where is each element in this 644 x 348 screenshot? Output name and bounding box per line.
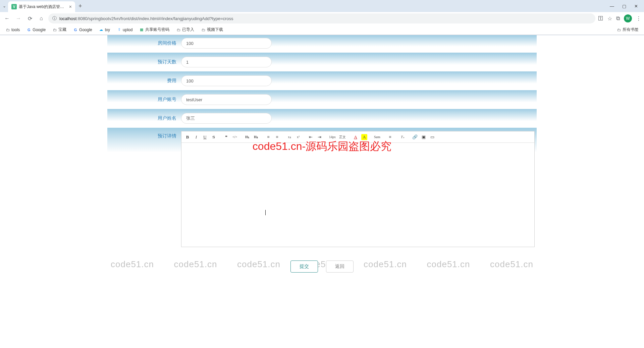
reload-button[interactable]: ⟳ [25, 14, 34, 23]
editor-h2-button[interactable]: H₂ [252, 133, 260, 141]
editor-bold-button[interactable]: B [183, 133, 192, 141]
editor-subscript-button[interactable]: x₂ [285, 133, 293, 141]
google-icon: G [73, 27, 78, 32]
user-account-label: 用户账号 [107, 97, 181, 103]
extensions-icon[interactable]: ⧉ [616, 15, 620, 21]
user-account-input[interactable] [181, 94, 272, 105]
submit-button[interactable]: 提交 [290, 260, 318, 273]
form-row-room-price: 房间价格 [107, 35, 537, 53]
bookmark-item[interactable]: 🗀视频下载 [198, 25, 226, 34]
bookmark-item[interactable]: ▦共享账号密码 [137, 25, 172, 34]
form-row-user-name: 用户姓名 [107, 109, 537, 128]
new-tab-button[interactable]: + [78, 3, 82, 10]
editor-header-select[interactable]: 正文 [338, 133, 347, 141]
editor-size-select[interactable]: 14px [328, 133, 337, 141]
folder-icon: 🗀 [616, 27, 621, 32]
editor-underline-button[interactable]: U [201, 133, 209, 141]
tab-title: 基于Java web的酒店管理系统 [19, 4, 67, 10]
bookmark-label: 已导入 [182, 27, 194, 33]
page-viewport[interactable]: code51.cncode51.cncode51.cncode51.cncode… [0, 35, 644, 348]
bookmark-item[interactable]: ⇧uplod [114, 25, 135, 34]
browser-chrome: ⌄ V 基于Java web的酒店管理系统 × + ― ▢ ✕ ← → ⟳ ⌂ … [0, 0, 644, 35]
room-price-input[interactable] [181, 38, 272, 49]
bookmark-label: 宝藏 [58, 27, 66, 33]
bookmark-label: uplod [123, 27, 132, 32]
editor-strike-button[interactable]: S [210, 133, 218, 141]
folder-icon: 🗀 [52, 27, 57, 32]
editor-ordered-list-button[interactable]: ≡ [264, 133, 272, 141]
editor-clean-button[interactable]: Tₓ [398, 133, 407, 141]
tab-bar: ⌄ V 基于Java web的酒店管理系统 × + ― ▢ ✕ [0, 0, 644, 12]
bookmark-item[interactable]: GGoogle [70, 25, 95, 34]
fee-input[interactable] [181, 75, 272, 86]
close-window-button[interactable]: ✕ [634, 4, 638, 9]
url-port: :8080 [76, 16, 88, 21]
editor-bg-color-button[interactable]: A [361, 134, 367, 140]
bookmark-item[interactable]: ☁txy [96, 25, 113, 34]
google-icon: G [26, 27, 31, 32]
editor-font-select[interactable]: Sans [373, 133, 382, 141]
bookmark-label: tools [11, 27, 20, 32]
editor-quote-button[interactable]: ❝ [222, 133, 230, 141]
close-tab-icon[interactable]: × [69, 4, 72, 9]
editor-italic-button[interactable]: I [192, 133, 200, 141]
booking-form: 房间价格 预订天数 费用 用户账号 用户姓名 预订详情 [107, 35, 537, 273]
upload-icon: ⇧ [117, 27, 121, 32]
profile-avatar[interactable]: W [624, 14, 632, 22]
url-host: localhost [59, 16, 76, 21]
editor-code-button[interactable]: </> [231, 133, 239, 141]
editor-h1-button[interactable]: H₁ [243, 133, 251, 141]
bookmark-label: 共享账号密码 [145, 27, 169, 33]
editor-superscript-button[interactable]: x² [294, 133, 302, 141]
rich-text-editor: B I U S ❝ </> H₁ H₂ ≡ ≡ x₂ [181, 131, 535, 247]
folder-icon: 🗀 [5, 27, 10, 32]
window-controls: ― ▢ ✕ [610, 4, 641, 9]
bookmark-item[interactable]: 🗀已导入 [173, 25, 197, 34]
bookmark-star-icon[interactable]: ☆ [607, 15, 612, 22]
password-key-icon[interactable]: ⚿ [598, 15, 603, 21]
editor-content-area[interactable] [181, 143, 534, 247]
back-button[interactable]: ← [3, 14, 11, 23]
vue-favicon-icon: V [11, 4, 17, 9]
editor-indent-increase-button[interactable]: ⇥ [315, 133, 323, 141]
booking-days-label: 预订天数 [107, 59, 181, 65]
form-row-fee: 费用 [107, 71, 537, 90]
editor-align-button[interactable]: ≡ [386, 133, 394, 141]
editor-text-color-button[interactable]: A [352, 133, 360, 141]
editor-link-button[interactable]: 🔗 [411, 133, 419, 141]
url-input[interactable]: ⓘ localhost:8080/springbootv2fvn/front/d… [48, 13, 595, 23]
booking-days-input[interactable] [181, 57, 272, 67]
forward-button[interactable]: → [14, 14, 23, 23]
all-bookmarks-label: 所有书签 [623, 27, 639, 33]
form-row-booking-detail: 预订详情 B I U S ❝ </> H₁ H₂ ≡ [107, 128, 537, 251]
editor-toolbar: B I U S ❝ </> H₁ H₂ ≡ ≡ x₂ [181, 131, 534, 143]
site-info-icon[interactable]: ⓘ [52, 15, 57, 21]
bookmark-item[interactable]: 🗀宝藏 [50, 25, 69, 34]
form-actions: 提交 返回 [107, 251, 537, 273]
all-bookmarks[interactable]: 🗀 所有书签 [614, 25, 641, 34]
cloud-icon: ☁ [99, 27, 104, 32]
menu-icon[interactable]: ⋮ [636, 15, 641, 22]
browser-tab[interactable]: V 基于Java web的酒店管理系统 × [8, 1, 75, 12]
bookmark-label: Google [79, 27, 92, 32]
editor-indent-decrease-button[interactable]: ⇤ [307, 133, 315, 141]
minimize-button[interactable]: ― [610, 4, 614, 9]
bookmark-label: txy [105, 27, 110, 32]
address-bar: ← → ⟳ ⌂ ⓘ localhost:8080/springbootv2fvn… [0, 12, 644, 25]
fee-label: 费用 [107, 78, 181, 84]
home-button[interactable]: ⌂ [37, 14, 46, 23]
user-name-input[interactable] [181, 113, 272, 124]
editor-unordered-list-button[interactable]: ≡ [273, 133, 281, 141]
bookmark-item[interactable]: GGoogle [24, 25, 48, 34]
form-row-booking-days: 预订天数 [107, 53, 537, 71]
tabs-dropdown-icon[interactable]: ⌄ [3, 4, 6, 8]
booking-detail-label: 预订详情 [107, 131, 181, 139]
editor-image-button[interactable]: ▣ [420, 133, 428, 141]
editor-video-button[interactable]: ▭ [428, 133, 436, 141]
bookmark-item[interactable]: 🗀tools [3, 25, 22, 34]
user-name-label: 用户姓名 [107, 115, 181, 121]
bookmark-label: 视频下载 [207, 27, 223, 33]
back-button[interactable]: 返回 [326, 260, 354, 273]
maximize-button[interactable]: ▢ [622, 4, 626, 9]
bookmark-label: Google [33, 27, 46, 32]
